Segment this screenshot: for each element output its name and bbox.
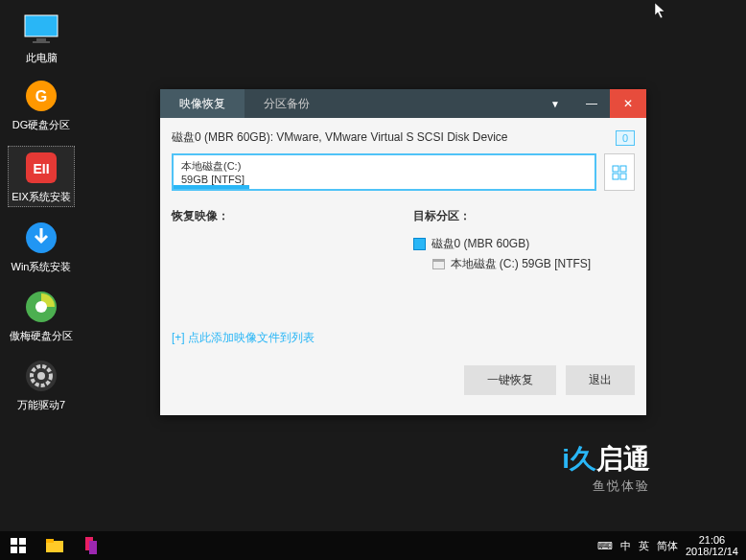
windows-icon (11, 538, 26, 553)
svg-rect-2 (33, 41, 50, 43)
aomei-icon (22, 288, 60, 326)
ime-en[interactable]: 英 (639, 539, 649, 553)
taskbar-explorer[interactable] (36, 531, 73, 560)
gear-icon (22, 357, 60, 395)
restore-window: 映像恢复 分区备份 ▼ — ✕ 磁盘0 (MBR 60GB): VMware, … (160, 89, 646, 415)
mouse-cursor-icon (654, 2, 667, 22)
taskbar-app[interactable] (73, 531, 109, 560)
icon-label: 万能驱动7 (17, 398, 65, 412)
desktop-icon-driver[interactable]: 万能驱动7 (8, 357, 75, 412)
tree-disk-label: 磁盘0 (MBR 60GB) (431, 236, 530, 252)
view-toggle-button[interactable] (604, 153, 635, 191)
target-partition-title: 目标分区： (413, 208, 636, 224)
ime-zh[interactable]: 中 (620, 539, 631, 553)
icon-label: EIX系统安装 (12, 190, 71, 204)
taskbar: ⌨ 中 英 简体 21:06 2018/12/14 (0, 531, 746, 560)
icon-label: 傲梅硬盘分区 (10, 329, 73, 343)
desktop-icon-eix[interactable]: EII EIX系统安装 (8, 146, 75, 207)
minimize-button[interactable]: — (573, 89, 610, 118)
time-text: 21:06 (686, 534, 738, 546)
titlebar[interactable]: 映像恢复 分区备份 ▼ — ✕ (160, 89, 646, 118)
app-icon (83, 537, 99, 554)
close-button[interactable]: ✕ (610, 89, 646, 118)
win-install-icon (22, 219, 60, 257)
desktop-icon-win[interactable]: Win系统安装 (8, 219, 75, 274)
partition-c[interactable]: 本地磁盘(C:) 59GB [NTFS] (172, 153, 596, 191)
dropdown-button[interactable]: ▼ (537, 89, 573, 118)
monitor-icon (22, 10, 60, 48)
usage-bar (174, 185, 249, 189)
svg-text:G: G (35, 88, 47, 105)
brand-logo: i久启通 鱼悦体验 (562, 441, 650, 495)
one-click-restore-button[interactable]: 一键恢复 (464, 365, 556, 395)
date-text: 2018/12/14 (686, 546, 738, 557)
tray-clock[interactable]: 21:06 2018/12/14 (686, 534, 738, 557)
tab-partition-backup[interactable]: 分区备份 (245, 89, 329, 118)
svg-rect-24 (89, 541, 97, 554)
desktop-icon-this-pc[interactable]: 此电脑 (8, 10, 75, 65)
svg-rect-0 (25, 15, 58, 36)
dg-icon: G (22, 77, 60, 115)
partition-name: 本地磁盘(C:) (181, 159, 587, 174)
svg-rect-14 (620, 166, 626, 172)
eix-icon: EII (22, 149, 60, 187)
svg-rect-13 (613, 166, 618, 172)
icon-label: Win系统安装 (12, 260, 72, 274)
icon-label: 此电脑 (26, 51, 58, 65)
add-image-link[interactable]: [+] 点此添加映像文件到列表 (172, 330, 394, 346)
icon-label: DG硬盘分区 (12, 118, 71, 132)
tree-disk-item[interactable]: 磁盘0 (MBR 60GB) (413, 234, 636, 254)
svg-point-9 (35, 301, 47, 313)
svg-rect-16 (620, 174, 626, 179)
partition-size: 59GB [NTFS] (181, 174, 587, 185)
svg-rect-22 (46, 539, 54, 543)
svg-rect-18 (19, 538, 26, 545)
grid-icon (612, 165, 627, 180)
svg-rect-17 (11, 538, 17, 545)
exit-button[interactable]: 退出 (566, 365, 635, 395)
desktop-icon-dg[interactable]: G DG硬盘分区 (8, 77, 75, 132)
tray-keyboard-icon[interactable]: ⌨ (597, 540, 613, 552)
svg-text:EII: EII (33, 161, 49, 176)
disk-icon (413, 238, 426, 250)
start-button[interactable] (0, 531, 36, 560)
desktop-icon-aomei[interactable]: 傲梅硬盘分区 (8, 288, 75, 343)
tree-partition-label: 本地磁盘 (C:) 59GB [NTFS] (451, 256, 592, 272)
folder-icon (46, 539, 63, 552)
svg-rect-19 (11, 547, 17, 553)
svg-point-12 (37, 372, 45, 380)
disk-description: 磁盘0 (MBR 60GB): VMware, VMware Virtual S… (172, 129, 508, 146)
restore-image-list (172, 234, 394, 330)
svg-rect-20 (19, 547, 26, 553)
restore-image-title: 恢复映像： (172, 208, 394, 224)
ime-mode[interactable]: 简体 (657, 539, 678, 553)
svg-rect-1 (36, 38, 46, 41)
tree-partition-item[interactable]: 本地磁盘 (C:) 59GB [NTFS] (432, 254, 636, 274)
disk-index-badge[interactable]: 0 (616, 130, 635, 146)
partition-icon (432, 259, 445, 269)
tab-image-restore[interactable]: 映像恢复 (160, 89, 245, 118)
svg-rect-15 (613, 174, 618, 179)
